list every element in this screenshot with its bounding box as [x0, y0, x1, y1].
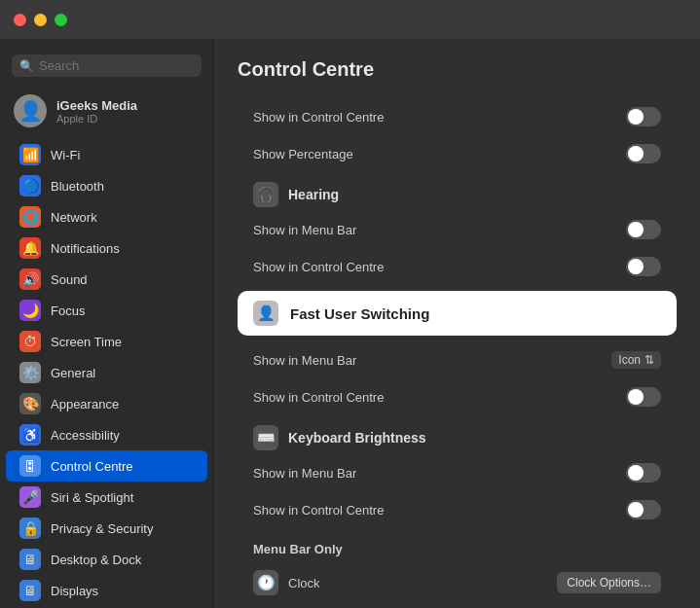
sidebar-item-desktop[interactable]: 🖥 Desktop & Dock: [6, 544, 207, 575]
hearing-icon: 🎧: [253, 182, 278, 207]
siri-icon: 🎤: [19, 486, 41, 508]
screentime-icon: ⏱: [19, 331, 41, 352]
sidebar-item-general[interactable]: ⚙️ General: [6, 357, 207, 388]
setting-label: Show in Control Centre: [253, 390, 384, 405]
search-box[interactable]: 🔍: [12, 54, 202, 77]
clock-row: 🕐 Clock Clock Options…: [238, 562, 677, 603]
titlebar: [0, 0, 700, 39]
sidebar-item-notifications[interactable]: 🔔 Notifications: [6, 232, 207, 264]
bluetooth-icon: 🔵: [19, 175, 41, 197]
fast-user-control-centre-row: Show in Control Centre: [238, 378, 677, 415]
sidebar-item-label: Focus: [51, 304, 85, 318]
search-container: 🔍: [0, 49, 213, 87]
close-button[interactable]: [14, 14, 26, 26]
kb-control-centre-row: Show in Control Centre: [238, 491, 677, 528]
search-input[interactable]: [39, 58, 194, 73]
user-info: iGeeks Media Apple ID: [56, 98, 137, 125]
chevron-up-down-icon: ⇅: [645, 353, 654, 367]
privacy-icon: 🔒: [19, 518, 41, 539]
sidebar-item-sound[interactable]: 🔊 Sound: [6, 264, 207, 295]
main-content: Control Centre Show in Control Centre Sh…: [214, 39, 700, 608]
setting-label: Show Percentage: [253, 147, 353, 161]
fast-user-switching-row[interactable]: 👤 Fast User Switching: [238, 291, 677, 336]
sidebar-item-label: Appearance: [51, 397, 119, 411]
hearing-section-header: 🎧 Hearing: [238, 172, 677, 211]
accessibility-icon: ♿: [19, 424, 41, 446]
fast-user-switching-icon: 👤: [253, 301, 278, 326]
desktop-icon: 🖥: [19, 549, 41, 570]
sidebar-item-label: Siri & Spotlight: [51, 490, 133, 505]
show-control-centre-toggle[interactable]: [626, 107, 661, 126]
network-icon: 🌐: [19, 206, 41, 228]
kb-menu-bar-row: Show in Menu Bar: [238, 454, 677, 491]
sidebar-item-label: Desktop & Dock: [51, 553, 141, 567]
setting-label: Show in Control Centre: [253, 110, 384, 125]
page-title: Control Centre: [238, 58, 677, 81]
avatar-icon: 👤: [18, 99, 43, 123]
sidebar-item-appearance[interactable]: 🎨 Appearance: [6, 388, 207, 419]
sidebar-item-label: Control Centre: [51, 459, 133, 474]
sidebar-item-label: Accessibility: [51, 428, 120, 443]
setting-label: Show in Menu Bar: [253, 223, 356, 237]
sidebar-item-label: Sound: [51, 272, 88, 287]
dropdown-label: Icon: [618, 353, 641, 367]
kb-control-centre-toggle[interactable]: [626, 500, 661, 519]
hearing-control-centre-toggle[interactable]: [626, 257, 661, 276]
setting-row-show-control-centre: Show in Control Centre: [238, 98, 677, 135]
sidebar: 🔍 👤 iGeeks Media Apple ID 📶 Wi-Fi 🔵 Blue…: [0, 39, 214, 608]
user-sub: Apple ID: [56, 113, 137, 125]
menu-bar-only-label: Menu Bar Only: [238, 528, 677, 562]
setting-label: Show in Control Centre: [253, 260, 384, 274]
sidebar-item-focus[interactable]: 🌙 Focus: [6, 295, 207, 326]
kb-menu-bar-toggle[interactable]: [626, 463, 661, 483]
displays-icon: 🖥: [19, 580, 41, 601]
hearing-title: Hearing: [288, 187, 339, 202]
controlcentre-icon: 🎛: [19, 455, 41, 477]
sidebar-item-wifi[interactable]: 📶 Wi-Fi: [6, 139, 207, 170]
maximize-button[interactable]: [55, 14, 67, 26]
general-icon: ⚙️: [19, 362, 41, 383]
sidebar-item-network[interactable]: 🌐 Network: [6, 201, 207, 232]
hearing-menu-bar-row: Show in Menu Bar: [238, 211, 677, 248]
keyboard-brightness-section-header: ⌨️ Keyboard Brightness: [238, 415, 677, 454]
sidebar-item-label: Screen Time: [51, 335, 122, 349]
clock-label: Clock: [288, 576, 320, 590]
fast-user-switching-label: Fast User Switching: [290, 305, 429, 322]
clock-icon: 🕐: [253, 570, 278, 595]
sidebar-item-controlcentre[interactable]: 🎛 Control Centre: [6, 450, 207, 482]
spotlight-row: 🔍 Spotlight Show in Menu Bar: [238, 603, 677, 608]
setting-label: Show in Menu Bar: [253, 466, 356, 481]
sidebar-item-label: Wi-Fi: [51, 148, 80, 162]
search-icon: 🔍: [19, 59, 34, 73]
sidebar-item-label: Notifications: [51, 241, 120, 256]
hearing-control-centre-row: Show in Control Centre: [238, 248, 677, 285]
sidebar-item-accessibility[interactable]: ♿ Accessibility: [6, 419, 207, 450]
sidebar-item-displays[interactable]: 🖥 Displays: [6, 575, 207, 606]
fast-user-menu-bar-row: Show in Menu Bar Icon ⇅: [238, 341, 677, 378]
sidebar-item-label: General: [51, 366, 95, 380]
sidebar-item-label: Privacy & Security: [51, 521, 153, 536]
user-name: iGeeks Media: [56, 98, 137, 113]
fast-user-control-centre-toggle[interactable]: [626, 387, 661, 407]
minimize-button[interactable]: [34, 14, 47, 26]
sidebar-item-bluetooth[interactable]: 🔵 Bluetooth: [6, 170, 207, 201]
avatar: 👤: [14, 94, 47, 127]
wifi-icon: 📶: [19, 144, 41, 165]
keyboard-brightness-icon: ⌨️: [253, 425, 278, 450]
setting-row-show-percentage: Show Percentage: [238, 135, 677, 172]
sidebar-item-screentime[interactable]: ⏱ Screen Time: [6, 326, 207, 357]
user-section[interactable]: 👤 iGeeks Media Apple ID: [0, 87, 213, 139]
setting-label: Show in Menu Bar: [253, 353, 356, 368]
icon-dropdown[interactable]: Icon ⇅: [611, 351, 661, 369]
sidebar-item-privacy[interactable]: 🔒 Privacy & Security: [6, 513, 207, 544]
clock-options-button[interactable]: Clock Options…: [557, 572, 661, 593]
appearance-icon: 🎨: [19, 393, 41, 414]
sidebar-item-label: Displays: [51, 584, 98, 598]
setting-label: Show in Control Centre: [253, 503, 384, 518]
show-percentage-toggle[interactable]: [626, 144, 661, 163]
hearing-menu-bar-toggle[interactable]: [626, 220, 661, 239]
sound-icon: 🔊: [19, 268, 41, 290]
focus-icon: 🌙: [19, 300, 41, 321]
sidebar-item-siri[interactable]: 🎤 Siri & Spotlight: [6, 482, 207, 513]
sidebar-item-label: Network: [51, 210, 97, 225]
